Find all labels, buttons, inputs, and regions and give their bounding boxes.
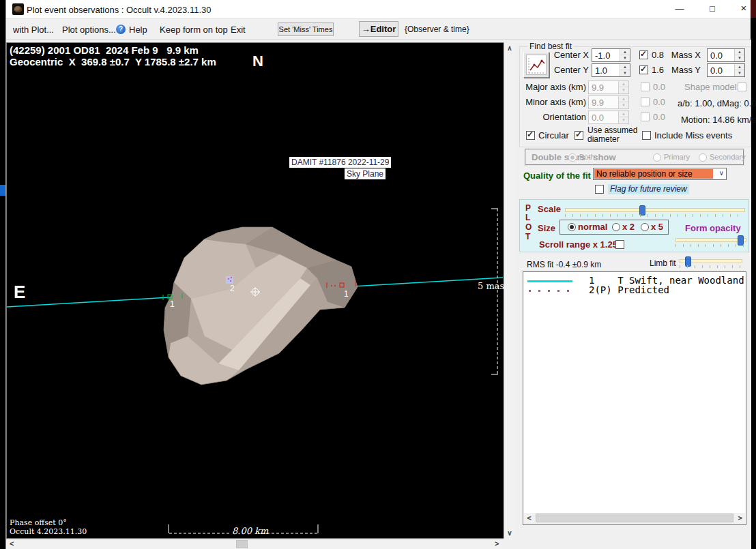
use-assumed-diameter-checkbox[interactable] (575, 131, 583, 140)
quality-value: No reliable position or size (594, 169, 713, 179)
minor-axis-check-label: 0.0 (653, 97, 665, 107)
spin-down-icon[interactable]: ▼ (734, 55, 744, 61)
center-y-label: Center Y (548, 65, 589, 75)
chord1-legend-line (527, 280, 572, 282)
opacity-slider-track[interactable] (675, 238, 746, 242)
maximize-button[interactable]: □ (702, 3, 723, 16)
include-miss-events-checkbox[interactable] (642, 131, 651, 140)
plot-letters: P L O T (525, 203, 532, 241)
observation-row[interactable]: 2(P) Predicted (589, 284, 669, 295)
orientation-check-label: 0.0 (653, 112, 665, 122)
title-bar[interactable]: Plot event observations : Occult v.4.202… (6, 0, 751, 19)
major-axis-spinner: 9.9 ▲ ▼ (588, 80, 629, 94)
size-normal-label: normal (578, 222, 607, 232)
spin-down-icon[interactable]: ▼ (734, 70, 744, 76)
scale-slider-track[interactable] (565, 208, 745, 212)
listbox-scroll-thumb[interactable] (536, 514, 733, 522)
double-secondary-radio (699, 153, 707, 162)
orientation-spinner: 0.0 ▲ ▼ (588, 110, 629, 124)
spin-down-icon: ▼ (618, 102, 628, 108)
spin-down-icon: ▼ (618, 87, 628, 93)
orientation-checkbox (641, 113, 650, 121)
size-x5-radio[interactable] (641, 223, 649, 231)
fit-08-checkbox[interactable] (639, 50, 648, 59)
mass-y-spinner[interactable]: 0.0 ▲ ▼ (707, 63, 745, 77)
sky-plane-label: Sky Plane (345, 168, 386, 179)
spin-up-icon: ▲ (618, 81, 628, 87)
set-miss-times-button[interactable]: Set 'Miss' Times (278, 23, 334, 36)
quality-combobox[interactable]: No reliable position or size ∨ (593, 168, 727, 180)
rms-fit-label: RMS fit -0.4 ±0.9 km (527, 260, 601, 269)
scroll-left-icon[interactable]: < (10, 539, 14, 548)
menu-plot-options[interactable]: Plot options... (62, 25, 116, 35)
spin-up-icon[interactable]: ▲ (734, 64, 744, 70)
double-secondary-label: Secondary (710, 153, 746, 161)
editor-button[interactable]: →Editor (359, 21, 398, 37)
scroll-right-icon[interactable]: > (738, 514, 742, 522)
north-label: N (252, 53, 263, 70)
damit-model-label: DAMIT #11876 2022-11-29 (289, 157, 391, 168)
mas-scale-label: 5 mas (478, 281, 504, 291)
window-title: Plot event observations : Occult v.4.202… (27, 5, 212, 15)
sky-plane-plot[interactable]: (42259) 2001 OD81 2024 Feb 9 9.9 km Geoc… (6, 42, 504, 539)
size-x2-radio[interactable] (612, 223, 620, 231)
major-axis-check-label: 0.0 (653, 82, 665, 92)
scroll-range-checkbox[interactable] (615, 240, 624, 249)
menu-exit[interactable]: Exit (231, 25, 246, 35)
spin-up-icon[interactable]: ▲ (620, 64, 630, 70)
predicted-centre-marker (226, 276, 233, 284)
menu-help[interactable]: Help (129, 25, 147, 35)
plot-title-line2: Geocentric X 369.8 ±0.7 Y 1785.8 ±2.7 km (10, 56, 216, 68)
chord1-left-label: 1 (170, 299, 175, 309)
circular-checkbox[interactable] (526, 131, 535, 140)
find-best-fit-button[interactable] (523, 52, 549, 78)
spin-down-icon: ▼ (618, 117, 628, 123)
size-label: Size (538, 223, 555, 233)
double-primary-label: Primary (664, 153, 690, 161)
spin-up-icon[interactable]: ▲ (734, 49, 744, 55)
flag-review-checkbox[interactable] (595, 185, 604, 194)
mass-x-spinner[interactable]: 0.0 ▲ ▼ (707, 48, 745, 62)
spin-down-icon[interactable]: ▼ (620, 70, 630, 76)
minimize-button[interactable]: — (669, 3, 690, 16)
scale-label: Scale (538, 204, 561, 214)
scroll-up-icon[interactable]: ∧ (504, 44, 515, 52)
center-y-spinner[interactable]: 1.0 ▲ ▼ (592, 63, 630, 77)
double-primary-radio (653, 153, 661, 162)
observations-listbox[interactable]: 1 T Swift, near Woodland 2(P) Predicted … (523, 271, 746, 525)
listbox-h-scrollbar[interactable]: < > (524, 513, 745, 524)
size-radio-group: normal x 2 x 5 (559, 220, 669, 235)
scroll-right-icon[interactable]: > (495, 539, 499, 548)
shape-model-checkbox (738, 83, 746, 91)
spin-down-icon[interactable]: ▼ (620, 55, 630, 61)
use-assumed-line1: Use assumed (587, 125, 637, 135)
double-stars-group: Double stars - show Both Primary Seconda… (525, 149, 744, 166)
orientation-label: Orientation (521, 112, 586, 122)
help-icon[interactable]: ? (116, 25, 126, 34)
phase-offset-label: Phase offset 0° (10, 518, 67, 527)
motion-label: Motion: 14.86 km/s (681, 115, 756, 125)
size-normal-radio[interactable] (568, 223, 576, 231)
double-both-radio (568, 153, 577, 162)
center-x-spinner[interactable]: -1.0 ▲ ▼ (592, 48, 630, 62)
scroll-down-icon[interactable]: ∨ (504, 529, 515, 537)
plot-horizontal-scrollbar[interactable]: < > (6, 539, 504, 549)
spin-up-icon[interactable]: ▲ (620, 49, 630, 55)
fit-16-checkbox[interactable] (639, 65, 648, 74)
dropdown-arrow-icon[interactable]: ∨ (719, 169, 724, 177)
plot-vertical-scrollbar[interactable]: ∧ ∨ (504, 42, 515, 539)
menu-keep-on-top[interactable]: Keep form on top (160, 25, 228, 35)
use-assumed-line2: diameter (587, 134, 620, 144)
major-axis-checkbox (641, 83, 650, 91)
scroll-left-icon[interactable]: < (527, 514, 532, 522)
quality-label: Quality of the fit (523, 170, 591, 181)
size-x2-label: x 2 (622, 222, 635, 232)
asteroid-shape-model (164, 227, 358, 385)
include-miss-events-label: Include Miss events (654, 130, 732, 140)
flag-review-label: Flag for future review (608, 184, 689, 194)
close-button[interactable]: × (733, 2, 754, 14)
chart-icon (526, 55, 547, 75)
menu-with-plot[interactable]: with Plot... (13, 25, 54, 35)
h-scroll-thumb[interactable] (236, 540, 248, 548)
limb-fit-slider-track[interactable] (680, 259, 742, 263)
